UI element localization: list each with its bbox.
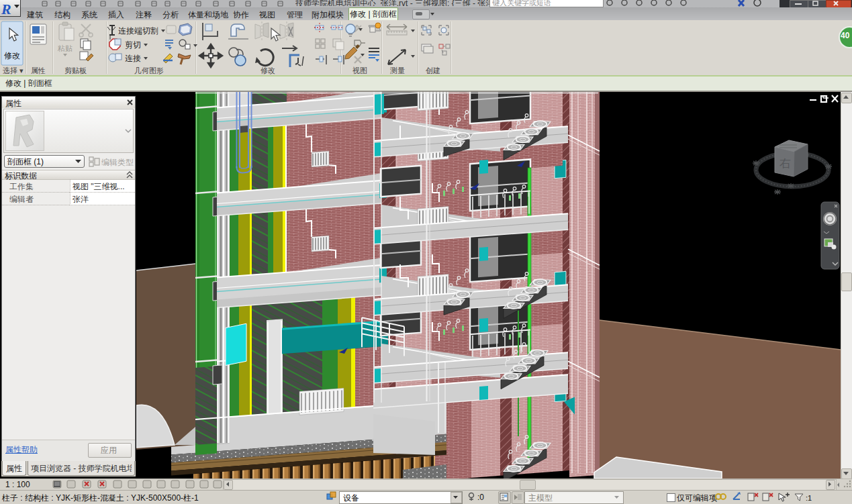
svg-text::0: :0 (477, 493, 484, 502)
svg-text:右: 右 (779, 157, 791, 170)
svg-text:R: R (1, 1, 11, 17)
svg-text::1: :1 (806, 494, 812, 502)
